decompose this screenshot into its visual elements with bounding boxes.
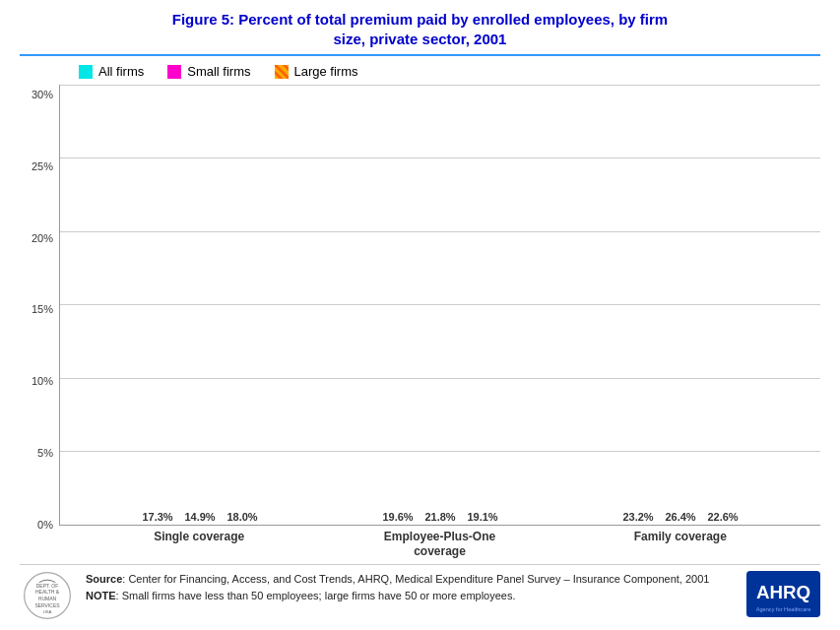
y-label-0: 0% [37,519,53,531]
x-label-1: Employee-Plus-Onecoverage [375,530,503,560]
small-firms-swatch [167,65,181,79]
bar-label-2-0: 23.2% [622,511,653,523]
x-label-0: Single coverage [135,530,263,560]
bar-label-1-1: 21.8% [424,511,455,523]
bar-wrap-2-2: 22.6% [703,511,743,525]
svg-text:Agency for Healthcare: Agency for Healthcare [756,606,811,612]
bar-wrap-1-0: 19.6% [378,511,418,525]
hhs-logo: DEPT. OF HEALTH & HUMAN SERVICES USA [20,571,74,620]
bar-wrap-1-2: 19.1% [463,511,502,525]
chart-area: 30% 25% 20% 15% 10% 5% 0% 17.3%14.9 [20,85,820,560]
y-label-25: 25% [32,160,53,172]
bar-wrap-1-1: 21.8% [420,511,460,525]
bar-wrap-2-1: 26.4% [661,511,700,525]
bar-group-1: 19.6%21.8%19.1% [378,511,502,525]
footer: DEPT. OF HEALTH & HUMAN SERVICES USA Sou… [20,564,820,620]
bar-label-0-1: 14.9% [184,511,215,523]
svg-text:HUMAN: HUMAN [37,596,56,601]
y-label-15: 15% [32,303,53,315]
footer-text: Source: Center for Financing, Access, an… [86,571,735,603]
bar-label-1-2: 19.1% [467,511,497,523]
small-firms-label: Small firms [187,64,250,79]
note-label: NOTE [86,590,116,601]
large-firms-label: Large firms [294,64,358,79]
chart-legend: All firms Small firms Large firms [79,64,820,79]
ahrq-logo: AHRQ Agency for Healthcare [746,571,820,617]
chart-title: Figure 5: Percent of total premium paid … [20,10,820,48]
note-content: : Small firms have less than 50 employee… [116,590,516,601]
bars-container: 17.3%14.9%18.0%19.6%21.8%19.1%23.2%26.4%… [60,85,820,525]
bar-wrap-2-0: 23.2% [618,511,658,525]
bar-label-0-0: 17.3% [142,511,172,523]
legend-small: Small firms [167,64,250,79]
svg-text:SERVICES: SERVICES [34,602,60,608]
bar-group-0: 17.3%14.9%18.0% [138,511,262,525]
y-label-30: 30% [32,89,53,100]
legend-all: All firms [79,64,144,79]
bar-wrap-0-0: 17.3% [138,511,177,525]
x-label-2: Family coverage [616,530,744,560]
legend-large: Large firms [275,64,358,79]
chart-body: 17.3%14.9%18.0%19.6%21.8%19.1%23.2%26.4%… [59,85,820,560]
svg-text:USA: USA [42,609,51,614]
bar-label-0-2: 18.0% [226,511,257,523]
y-label-5: 5% [37,447,53,459]
y-axis: 30% 25% 20% 15% 10% 5% 0% [20,85,59,560]
svg-text:AHRQ: AHRQ [756,582,810,602]
note-text: NOTE: Small firms have less than 50 empl… [86,588,735,604]
svg-text:HEALTH &: HEALTH & [34,589,59,595]
bar-wrap-0-2: 18.0% [223,511,262,525]
source-content: : Center for Financing, Access, and Cost… [122,573,709,585]
y-label-10: 10% [32,375,53,387]
svg-text:DEPT. OF: DEPT. OF [35,583,58,589]
large-firms-swatch [275,65,289,79]
bar-label-1-0: 19.6% [382,511,413,523]
all-firms-label: All firms [98,64,144,79]
source-label: Source [86,573,122,585]
x-labels: Single coverageEmployee-Plus-Onecoverage… [59,530,820,560]
plot-area: 17.3%14.9%18.0%19.6%21.8%19.1%23.2%26.4%… [59,85,820,526]
title-divider [20,54,820,56]
y-label-20: 20% [32,232,53,244]
source-text: Source: Center for Financing, Access, an… [86,571,735,588]
bar-group-2: 23.2%26.4%22.6% [618,511,743,525]
bar-wrap-0-1: 14.9% [180,511,220,525]
bar-label-2-2: 22.6% [707,511,738,523]
bar-label-2-1: 26.4% [665,511,695,523]
all-firms-swatch [79,65,93,79]
